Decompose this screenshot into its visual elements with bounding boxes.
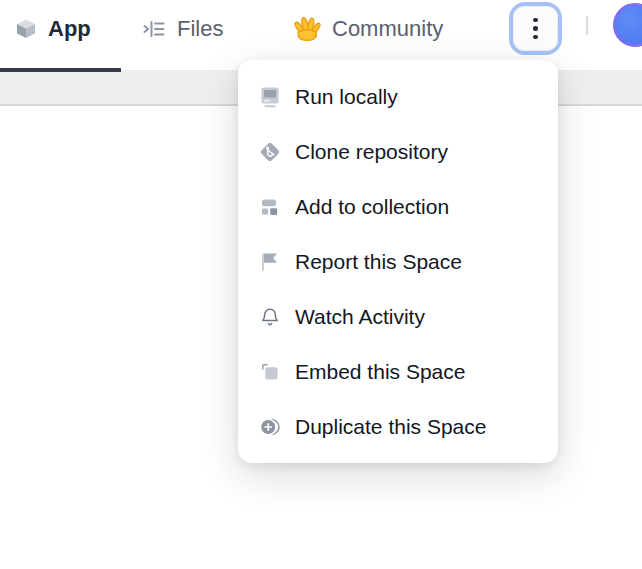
header-divider [586, 16, 588, 35]
menu-item-label: Duplicate this Space [295, 415, 486, 439]
tab-community[interactable]: Community [292, 12, 443, 46]
spaces-page: App Files [0, 0, 642, 569]
more-options-button[interactable] [509, 2, 562, 55]
space-options-menu: Run locally Clone repository [238, 60, 558, 463]
tab-community-label: Community [332, 16, 443, 42]
menu-item-watch-activity[interactable]: Watch Activity [238, 289, 558, 344]
collection-icon [258, 195, 282, 219]
cube-icon [14, 17, 38, 41]
menu-item-label: Report this Space [295, 250, 462, 274]
menu-item-label: Add to collection [295, 195, 449, 219]
user-avatar[interactable] [613, 3, 642, 47]
menu-item-label: Run locally [295, 85, 398, 109]
tab-app-label: App [48, 16, 91, 42]
menu-item-report-this-space[interactable]: Report this Space [238, 234, 558, 289]
wave-icon [292, 14, 322, 44]
tab-app[interactable]: App [14, 12, 91, 46]
computer-icon [258, 85, 282, 109]
menu-item-run-locally[interactable]: Run locally [238, 69, 558, 124]
duplicate-icon [258, 415, 282, 439]
menu-item-embed-this-space[interactable]: Embed this Space [238, 344, 558, 399]
menu-item-duplicate-this-space[interactable]: Duplicate this Space [238, 399, 558, 454]
tab-files-label: Files [177, 16, 223, 42]
tab-files[interactable]: Files [141, 12, 223, 46]
menu-item-add-to-collection[interactable]: Add to collection [238, 179, 558, 234]
menu-item-label: Clone repository [295, 140, 448, 164]
flag-icon [258, 250, 282, 274]
git-icon [258, 140, 282, 164]
embed-icon [258, 360, 282, 384]
kebab-menu-icon [513, 6, 558, 51]
menu-item-label: Watch Activity [295, 305, 425, 329]
active-tab-underline [0, 68, 121, 72]
menu-item-clone-repository[interactable]: Clone repository [238, 124, 558, 179]
indent-list-icon [141, 16, 167, 42]
bell-icon [258, 305, 282, 329]
menu-item-label: Embed this Space [295, 360, 465, 384]
